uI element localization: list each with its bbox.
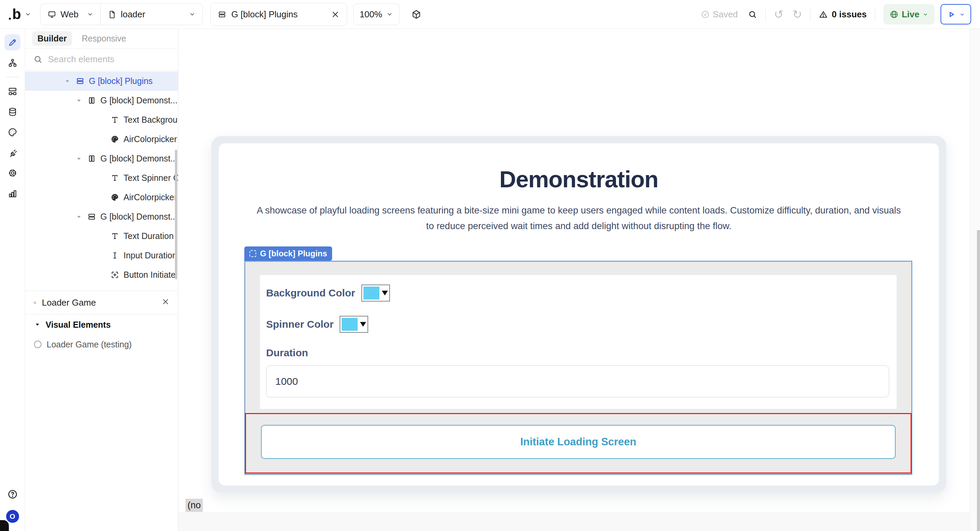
tree-row[interactable]: G [block] Demonst... — [25, 91, 178, 110]
red-selection-outline: Initiate Loading Screen — [245, 413, 912, 474]
element-search-input[interactable] — [47, 54, 170, 65]
plugins-tool-button[interactable] — [5, 144, 21, 160]
rows-block-icon — [218, 10, 227, 19]
help-button[interactable] — [7, 489, 18, 501]
caret-down-icon[interactable] — [75, 155, 83, 163]
cube-icon — [411, 9, 422, 20]
caret-down-icon[interactable] — [98, 135, 106, 143]
chevron-down-icon — [189, 11, 196, 18]
panel-scrollbar[interactable] — [175, 150, 177, 279]
tree-row[interactable]: Input Duration — [25, 246, 178, 265]
caret-down-icon[interactable] — [98, 174, 106, 182]
caret-down-icon[interactable] — [98, 232, 106, 240]
overflow-text: (no — [185, 499, 203, 512]
editor-canvas[interactable]: Demonstration A showcase of playful load… — [178, 29, 980, 531]
close-icon[interactable] — [331, 10, 340, 19]
tree-row[interactable]: Text Spinner C... — [25, 168, 178, 188]
page-card: Demonstration A showcase of playful load… — [211, 136, 946, 493]
page-select-label: loader — [121, 9, 145, 20]
dashed-select-icon — [250, 250, 256, 257]
caret-down-icon[interactable] — [63, 77, 72, 85]
caret-down-icon[interactable] — [98, 116, 106, 124]
rows-icon — [76, 76, 85, 86]
caret-down-icon[interactable] — [75, 97, 83, 105]
clear-search-icon[interactable] — [161, 298, 170, 308]
caret-down-icon[interactable] — [98, 252, 106, 260]
duration-input[interactable] — [266, 365, 889, 398]
initiate-loading-button[interactable]: Initiate Loading Screen — [261, 425, 896, 459]
user-avatar[interactable]: O — [6, 510, 19, 523]
tree-row[interactable]: AirColorpicker C — [25, 188, 178, 207]
page-title: Demonstration — [219, 166, 939, 192]
tab-builder[interactable]: Builder — [32, 31, 72, 46]
insert-search-input[interactable] — [41, 297, 156, 308]
components-tool-button[interactable] — [5, 83, 21, 99]
rail-bottom: O — [0, 489, 25, 523]
styles-tool-button[interactable] — [5, 124, 21, 140]
page-select[interactable]: loader — [100, 4, 202, 25]
columns-icon — [87, 96, 96, 105]
global-search-button[interactable] — [748, 10, 757, 19]
tree-row[interactable]: Text Duration — [25, 227, 178, 246]
undo-button[interactable]: ↺ — [774, 8, 784, 20]
tree-row[interactable]: G [block] Plugins — [25, 71, 178, 91]
warning-triangle-icon — [819, 10, 828, 19]
tree-row[interactable]: AirColorpicker B — [25, 130, 178, 149]
preview-cube-button[interactable] — [411, 9, 422, 20]
device-select[interactable]: Web — [40, 4, 100, 25]
tree-row-label: G [block] Plugins — [89, 76, 153, 86]
tree-row[interactable]: G [block] Demonst... — [25, 207, 178, 227]
live-label: Live — [902, 9, 920, 20]
settings-tool-button[interactable] — [5, 165, 21, 181]
data-tool-button[interactable] — [5, 104, 21, 120]
device-select-label: Web — [60, 9, 79, 20]
tree-row-label: Button Initiate Loa... — [124, 270, 178, 280]
save-status-label: Saved — [713, 9, 738, 20]
toolbar-divider — [810, 7, 811, 22]
text-icon — [110, 115, 119, 124]
edit-tool-button[interactable] — [5, 34, 21, 50]
selected-block-wrap: G [block] Plugins Background Color — [244, 246, 912, 475]
check-circle-icon — [701, 10, 710, 19]
gear-icon — [8, 168, 18, 178]
insights-tool-button[interactable] — [5, 185, 21, 201]
chevron-down-icon — [959, 11, 965, 17]
rows-icon — [87, 212, 96, 221]
redo-button[interactable]: ↻ — [792, 8, 802, 20]
selection-badge[interactable]: G [block] Plugins — [244, 246, 332, 261]
caret-down-icon[interactable] — [98, 193, 106, 201]
tab-responsive[interactable]: Responsive — [82, 31, 126, 46]
model-selectors: Web loader — [40, 3, 203, 25]
tree-row[interactable]: G [block] Demonst... — [25, 149, 178, 168]
tree-row[interactable]: Text Backgroun... — [25, 110, 178, 130]
spinner-color-picker[interactable] — [340, 316, 368, 333]
caret-down-icon[interactable] — [75, 213, 83, 221]
zoom-select[interactable]: 100% — [353, 3, 400, 25]
palette-icon — [110, 135, 119, 144]
rail-divider — [6, 77, 19, 77]
globe-icon — [889, 10, 899, 19]
tree-row[interactable]: Button Initiate Loa... — [25, 265, 178, 285]
caret-down-icon[interactable] — [98, 271, 106, 279]
tree-row-label: Text Backgroun... — [124, 115, 178, 125]
insert-section-visual-elements[interactable]: Visual Elements — [25, 314, 178, 335]
builder-logo-menu[interactable]: b — [9, 7, 31, 21]
layers-tool-button[interactable] — [5, 55, 21, 71]
help-icon — [7, 489, 18, 500]
background-color-picker[interactable] — [361, 285, 390, 301]
chevron-down-icon — [923, 11, 928, 17]
canvas-scrollbar-thumb[interactable] — [977, 230, 980, 531]
columns-icon — [87, 154, 96, 163]
play-icon — [947, 10, 956, 19]
search-icon — [33, 298, 37, 308]
tree-row-label: G [block] Demonst... — [100, 212, 177, 222]
insert-item-loader-game[interactable]: Loader Game (testing) — [25, 335, 178, 354]
live-environment-button[interactable]: Live — [883, 4, 934, 24]
open-content-tab[interactable]: G [block] Plugins — [210, 3, 347, 26]
issues-button[interactable]: 0 issues — [819, 9, 867, 20]
preview-play-button[interactable] — [940, 4, 971, 24]
palette-icon — [110, 193, 119, 202]
tree-row-label: AirColorpicker C — [124, 192, 178, 202]
tree-row-label: Text Spinner C... — [124, 173, 178, 183]
plugins-block[interactable]: Background Color Spinner Color — [244, 261, 912, 475]
